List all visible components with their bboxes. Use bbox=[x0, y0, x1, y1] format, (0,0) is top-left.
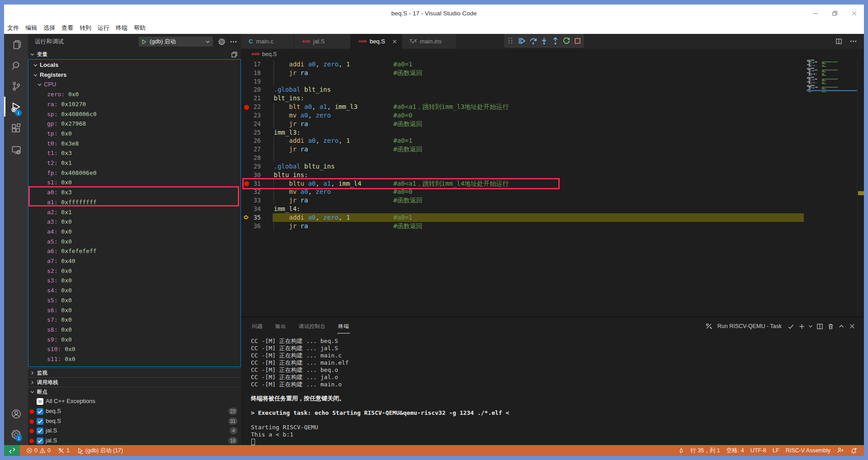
register-row-s5[interactable]: s5: 0x0 bbox=[28, 296, 241, 305]
debug-step-into-button[interactable] bbox=[538, 35, 550, 47]
activity-search[interactable] bbox=[4, 55, 28, 76]
register-row-s9[interactable]: s9: 0x0 bbox=[28, 335, 241, 345]
start-debug-icon[interactable] bbox=[141, 39, 147, 45]
feedback-icon[interactable] bbox=[837, 447, 844, 454]
debug-restart-button[interactable] bbox=[561, 35, 572, 47]
breakpoint-row-jal.S-16[interactable]: jal.S16 bbox=[28, 436, 241, 446]
sidebar-more-actions-icon[interactable] bbox=[230, 38, 237, 46]
breakpoint-checkbox[interactable] bbox=[37, 398, 43, 405]
tab-main.ins[interactable]: TeXmain.ins bbox=[402, 34, 457, 49]
menu-item[interactable]: 运行 bbox=[94, 22, 113, 34]
variables-section-header[interactable]: 变量 bbox=[28, 50, 241, 59]
register-row-t3[interactable]: t3: 0x0 bbox=[28, 364, 241, 367]
new-terminal-button[interactable] bbox=[796, 321, 807, 331]
breakpoint-row-beq.S-31[interactable]: beq.S31 bbox=[28, 417, 241, 427]
indentation-status[interactable]: 空格: 4 bbox=[726, 447, 744, 455]
register-row-s10[interactable]: s10: 0x0 bbox=[28, 344, 241, 354]
panel-tab-终端[interactable]: 终端 bbox=[337, 322, 350, 333]
breakpoint-checkbox[interactable] bbox=[37, 437, 43, 444]
code-line-24[interactable]: 24 jr ra#函数返回 bbox=[241, 120, 804, 128]
menu-item[interactable]: 文件 bbox=[4, 22, 22, 34]
maximize-panel-button[interactable] bbox=[836, 321, 847, 331]
running-tasks-status[interactable]: 1 bbox=[58, 447, 70, 454]
register-row-a7[interactable]: a7: 0x40 bbox=[28, 256, 241, 266]
register-row-a3[interactable]: a3: 0x0 bbox=[28, 217, 241, 227]
register-row-a6[interactable]: a6: 0xfefefeff bbox=[28, 246, 241, 256]
minimap[interactable] bbox=[807, 59, 857, 317]
breakpoint-row-jal.S-4[interactable]: jal.S4 bbox=[28, 426, 241, 436]
activity-settings[interactable] bbox=[4, 424, 28, 445]
breakpoint-glyph[interactable] bbox=[244, 105, 249, 110]
menu-item[interactable]: 终端 bbox=[113, 22, 131, 34]
menu-item[interactable]: 转到 bbox=[76, 22, 94, 34]
close-button[interactable] bbox=[844, 5, 864, 22]
panel-tab-调试控制台[interactable]: 调试控制台 bbox=[298, 322, 327, 333]
register-row-zero[interactable]: zero: 0x0 bbox=[28, 89, 241, 99]
activity-account[interactable] bbox=[4, 404, 28, 424]
breakpoints-section-header[interactable]: 断点 bbox=[28, 387, 241, 397]
language-mode-status[interactable]: RISC-V Assembly bbox=[786, 447, 830, 454]
debug-continue-button[interactable] bbox=[516, 35, 528, 47]
split-terminal-button[interactable] bbox=[814, 321, 825, 331]
debug-session-status[interactable]: (gdb) 启动 (17) bbox=[77, 447, 123, 455]
debug-step-out-button[interactable] bbox=[550, 35, 561, 47]
breakpoint-checkbox[interactable] bbox=[37, 408, 43, 415]
register-row-s3[interactable]: s3: 0x0 bbox=[28, 276, 241, 286]
panel-tab-输出[interactable]: 输出 bbox=[274, 322, 287, 333]
tab-jal.S[interactable]: ASMjal.S bbox=[294, 34, 351, 49]
register-row-s6[interactable]: s6: 0x0 bbox=[28, 305, 241, 315]
minimize-button[interactable] bbox=[806, 5, 825, 22]
collapse-all-icon[interactable] bbox=[231, 51, 238, 58]
register-row-t1[interactable]: t1: 0x3 bbox=[28, 148, 241, 158]
register-row-s11[interactable]: s11: 0x0 bbox=[28, 354, 241, 364]
activity-source-control[interactable] bbox=[4, 76, 28, 97]
register-row-ra[interactable]: ra: 0x10270 bbox=[28, 99, 241, 109]
register-row-a5[interactable]: a5: 0x0 bbox=[28, 237, 241, 247]
tab-main.c[interactable]: Cmain.c bbox=[241, 34, 294, 49]
restore-button[interactable] bbox=[825, 5, 844, 22]
scope-row-locals[interactable]: Locals bbox=[28, 60, 241, 70]
code-line-17[interactable]: 17 addi a0, zero, 1#a0=1 bbox=[241, 60, 804, 69]
activity-remote-explorer[interactable] bbox=[4, 140, 28, 160]
code-line-18[interactable]: 18 jr ra#函数返回 bbox=[241, 69, 804, 77]
code-line-28[interactable]: 28 bbox=[241, 154, 804, 162]
cursor-position-status[interactable]: 行 35，列 1 bbox=[690, 447, 720, 455]
activity-explorer[interactable] bbox=[4, 34, 28, 55]
code-line-29[interactable]: 29.global bltu_ins bbox=[241, 162, 804, 171]
tab-beq.S[interactable]: ASMbeq.S bbox=[351, 34, 402, 49]
exception-breakpoint-row[interactable]: All C++ Exceptions bbox=[28, 397, 241, 407]
register-row-s8[interactable]: s8: 0x0 bbox=[28, 325, 241, 335]
breakpoint-checkbox[interactable] bbox=[37, 418, 43, 425]
code-line-22[interactable]: 22 blt a0, a1, imm_l3#a0<a1，跳转到imm_l3地址处… bbox=[241, 103, 804, 111]
watch-section-header[interactable]: 监视 bbox=[28, 368, 241, 377]
panel-tab-问题[interactable]: 问题 bbox=[251, 322, 264, 333]
debug-step-over-button[interactable] bbox=[528, 35, 539, 47]
code-line-36[interactable]: 36 jr ra#函数返回 bbox=[241, 222, 804, 230]
terminal-dropdown-icon[interactable] bbox=[807, 321, 814, 331]
register-row-a4[interactable]: a4: 0x0 bbox=[28, 227, 241, 237]
breakpoint-row-beq.S-22[interactable]: beq.S22 bbox=[28, 407, 241, 417]
register-row-a2[interactable]: a2: 0x1 bbox=[28, 207, 241, 217]
split-editor-icon[interactable] bbox=[833, 36, 844, 46]
remote-indicator[interactable] bbox=[4, 445, 20, 456]
register-group-cpu[interactable]: CPU bbox=[28, 80, 241, 89]
code-line-20[interactable]: 20.global blt_ins bbox=[241, 85, 804, 94]
register-row-s4[interactable]: s4: 0x0 bbox=[28, 286, 241, 296]
register-row-tp[interactable]: tp: 0x0 bbox=[28, 129, 241, 139]
debug-config-select[interactable]: (gdb) 启动 bbox=[139, 37, 213, 47]
debug-stop-button[interactable] bbox=[572, 35, 583, 47]
toolbar-grip-icon[interactable] bbox=[507, 37, 514, 44]
breadcrumb[interactable]: ASM beq.S bbox=[241, 49, 864, 59]
terminal-output[interactable]: CC -[M] 正在构建 ... beq.SCC -[M] 正在构建 ... j… bbox=[251, 338, 852, 449]
code-line-19[interactable]: 19 bbox=[241, 77, 804, 86]
encoding-status[interactable]: UTF-8 bbox=[750, 447, 766, 454]
scope-row-registers[interactable]: Registers bbox=[28, 70, 241, 80]
code-line-33[interactable]: 33 jr ra#函数返回 bbox=[241, 196, 804, 205]
register-row-sp[interactable]: sp: 0x408006c0 bbox=[28, 109, 241, 119]
callstack-section-header[interactable]: 调用堆栈 bbox=[28, 378, 241, 387]
code-line-23[interactable]: 23 mv a0, zero#a0=0 bbox=[241, 111, 804, 120]
kill-terminal-button[interactable] bbox=[825, 321, 836, 331]
code-line-34[interactable]: 34imm_l4: bbox=[241, 205, 804, 213]
tab-close-icon[interactable] bbox=[392, 39, 397, 44]
problems-status[interactable]: 0 0 bbox=[26, 447, 51, 454]
